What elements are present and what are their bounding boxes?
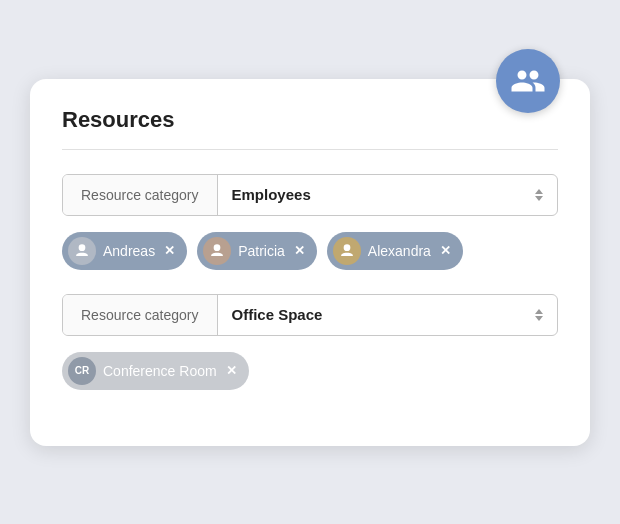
chevron-up-icon [535, 189, 543, 194]
svg-point-1 [214, 244, 221, 251]
employees-value: Employees [232, 186, 311, 203]
divider [62, 149, 558, 150]
person-icon [207, 241, 227, 261]
tag-name-andreas: Andreas [103, 243, 155, 259]
sort-icon-employees [535, 189, 543, 201]
employees-tags-row: Andreas ✕ Patricia ✕ [62, 232, 558, 270]
person-icon [337, 241, 357, 261]
employees-category-row[interactable]: Resource category Employees [62, 174, 558, 216]
chevron-down-icon [535, 316, 543, 321]
svg-point-2 [344, 244, 351, 251]
tag-name-conference-room: Conference Room [103, 363, 217, 379]
users-icon [510, 63, 546, 99]
tag-remove-conference-room[interactable]: ✕ [226, 363, 237, 378]
tag-alexandra: Alexandra ✕ [327, 232, 463, 270]
chevron-down-icon [535, 196, 543, 201]
office-space-tags-row: CR Conference Room ✕ [62, 352, 558, 390]
avatar-andreas [68, 237, 96, 265]
card-wrapper: Resources Resource category Employees [30, 79, 590, 446]
tag-conference-room: CR Conference Room ✕ [62, 352, 249, 390]
tag-remove-patricia[interactable]: ✕ [294, 243, 305, 258]
avatar-conference-room: CR [68, 357, 96, 385]
card-title: Resources [62, 107, 558, 133]
tag-patricia: Patricia ✕ [197, 232, 317, 270]
office-space-category-row[interactable]: Resource category Office Space [62, 294, 558, 336]
tag-name-alexandra: Alexandra [368, 243, 431, 259]
employees-select-wrapper[interactable]: Employees [218, 176, 557, 213]
tag-remove-alexandra[interactable]: ✕ [440, 243, 451, 258]
sort-icon-office-space [535, 309, 543, 321]
avatar-patricia [203, 237, 231, 265]
person-icon [72, 241, 92, 261]
tag-remove-andreas[interactable]: ✕ [164, 243, 175, 258]
employees-resource-block: Resource category Employees [62, 174, 558, 270]
floating-icon [496, 49, 560, 113]
tag-andreas: Andreas ✕ [62, 232, 187, 270]
conference-room-icon-text: CR [75, 365, 89, 376]
tag-name-patricia: Patricia [238, 243, 285, 259]
chevron-up-icon [535, 309, 543, 314]
office-space-select-wrapper[interactable]: Office Space [218, 296, 557, 333]
office-space-resource-block: Resource category Office Space CR Confer… [62, 294, 558, 390]
office-space-category-label: Resource category [63, 295, 218, 335]
office-space-value: Office Space [232, 306, 323, 323]
employees-category-label: Resource category [63, 175, 218, 215]
avatar-alexandra [333, 237, 361, 265]
svg-point-0 [79, 244, 86, 251]
resources-card: Resources Resource category Employees [30, 79, 590, 446]
